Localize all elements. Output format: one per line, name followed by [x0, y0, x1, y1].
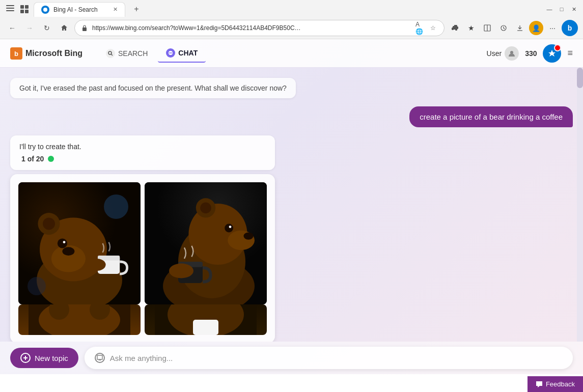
svg-point-28 [88, 259, 106, 271]
bot-message-bubble: I'll try to create that. 1 of 20 [10, 135, 275, 170]
user-label: User [487, 49, 502, 58]
svg-point-32 [27, 277, 46, 295]
image-grid [18, 182, 267, 304]
back-button[interactable]: ← [5, 21, 19, 35]
user-message: create a picture of a bear drinking a co… [409, 106, 573, 127]
bear-image-2[interactable] [145, 182, 267, 304]
feedback-icon [536, 381, 543, 388]
image-counter: 1 of 20 [19, 155, 266, 163]
downloads-icon[interactable] [513, 21, 527, 35]
user-section[interactable]: User [487, 46, 519, 61]
extensions-icon[interactable] [448, 21, 462, 35]
address-icons: A🌐 ☆ [415, 23, 438, 33]
chat-nav-label: CHAT [178, 49, 198, 57]
profile-avatar[interactable]: 👤 [529, 21, 543, 35]
lock-icon [81, 24, 88, 32]
svg-line-13 [112, 54, 113, 55]
system-message-text: Got it, I've erased the past and focused… [19, 84, 287, 92]
tab-favicon [41, 6, 49, 14]
bot-response: I'll try to create that. 1 of 20 [10, 135, 275, 342]
message-icon [95, 353, 105, 363]
image-grid-container [10, 174, 275, 342]
chat-nav-icon [166, 48, 175, 58]
chat-area: Got it, I've erased the past and focused… [0, 68, 583, 342]
search-nav-label: SEARCH [118, 49, 148, 58]
ask-input-container[interactable]: Ask me anything... [85, 347, 573, 369]
user-message-text: create a picture of a bear drinking a co… [420, 113, 563, 121]
svg-point-4 [43, 8, 47, 12]
history-browse-icon[interactable] [496, 21, 511, 35]
url-display: https://www.bing.com/search?toWww=1&redi… [92, 24, 411, 32]
svg-rect-0 [20, 5, 24, 9]
svg-point-17 [171, 52, 172, 53]
chat-nav-item[interactable]: CHAT [158, 44, 206, 63]
new-tab-button[interactable]: + [129, 2, 144, 16]
bear-image-4-partial[interactable] [145, 304, 267, 335]
image-bottom-row [18, 304, 267, 335]
favorites-icon[interactable]: ★ [464, 21, 478, 35]
ask-placeholder-text: Ask me anything... [110, 354, 173, 362]
svg-point-42 [229, 226, 232, 228]
svg-point-40 [243, 232, 253, 239]
settings-icon[interactable]: ··· [545, 21, 560, 35]
bing-logo-text: Microsoft Bing [25, 49, 82, 58]
refresh-button[interactable]: ↻ [40, 21, 54, 35]
counter-status-dot [48, 156, 54, 162]
bing-logo-icon: b [10, 47, 22, 60]
bing-header: b Microsoft Bing SEARCH CHAT User [0, 39, 583, 68]
svg-point-16 [170, 52, 171, 53]
svg-rect-5 [82, 27, 87, 31]
minimize-button[interactable]: — [545, 5, 553, 13]
toolbar-right: ★ 👤 ··· b [448, 20, 578, 36]
bear-image-1[interactable] [18, 182, 141, 304]
split-screen-icon[interactable] [480, 21, 494, 35]
bot-message-text: I'll try to create that. [19, 143, 81, 151]
home-button[interactable] [57, 21, 71, 35]
svg-text:b: b [14, 50, 18, 58]
new-topic-label: New topic [35, 354, 68, 362]
svg-point-30 [63, 241, 66, 243]
svg-point-31 [104, 194, 128, 219]
forward-button[interactable]: → [22, 21, 37, 35]
search-nav-item[interactable]: SEARCH [98, 44, 156, 63]
svg-rect-1 [25, 5, 29, 9]
counter-text: 1 of 20 [21, 155, 44, 163]
bear-image-3-partial[interactable] [18, 304, 141, 335]
header-right: User 330 ≡ [487, 44, 573, 63]
tab-close-button[interactable]: ✕ [113, 6, 118, 13]
sidebar-icon[interactable] [5, 4, 15, 14]
browser-chrome: Bing AI - Search ✕ + — □ ✕ ← → ↻ https:/… [0, 0, 583, 39]
address-bar-row: ← → ↻ https://www.bing.com/search?toWww=… [0, 18, 583, 39]
svg-point-41 [225, 224, 233, 233]
svg-rect-2 [20, 10, 24, 13]
bing-rewards-button[interactable] [543, 44, 561, 63]
svg-rect-52 [193, 320, 218, 335]
svg-point-25 [62, 247, 74, 256]
svg-point-15 [169, 52, 170, 53]
tab-title: Bing AI - Search [53, 6, 109, 13]
svg-rect-3 [25, 10, 29, 13]
svg-point-23 [43, 218, 55, 230]
title-bar: Bing AI - Search ✕ + — □ ✕ [0, 0, 583, 18]
translate-icon[interactable]: A🌐 [415, 23, 426, 33]
user-avatar-icon [505, 46, 519, 61]
history-icon[interactable] [19, 4, 30, 14]
close-button[interactable]: ✕ [570, 5, 578, 13]
active-tab[interactable]: Bing AI - Search ✕ [34, 2, 125, 17]
svg-point-45 [169, 264, 193, 278]
new-topic-button[interactable]: New topic [10, 348, 78, 368]
feedback-button[interactable]: Feedback [528, 376, 583, 392]
bing-logo[interactable]: b Microsoft Bing [10, 47, 82, 60]
hamburger-menu[interactable]: ≡ [567, 48, 573, 59]
address-bar[interactable]: https://www.bing.com/search?toWww=1&redi… [74, 20, 445, 36]
window-controls: — □ ✕ [545, 5, 578, 13]
bottom-bar: New topic Ask me anything... [0, 342, 583, 374]
system-message: Got it, I've erased the past and focused… [10, 78, 296, 98]
bing-copilot-button[interactable]: b [562, 20, 578, 36]
scrollbar-thumb[interactable] [577, 68, 583, 88]
search-nav-icon [106, 49, 115, 58]
maximize-button[interactable]: □ [558, 5, 566, 13]
scrollbar-track[interactable] [577, 68, 583, 342]
page-content: b Microsoft Bing SEARCH CHAT User [0, 39, 583, 374]
bookmark-icon[interactable]: ☆ [428, 23, 438, 33]
